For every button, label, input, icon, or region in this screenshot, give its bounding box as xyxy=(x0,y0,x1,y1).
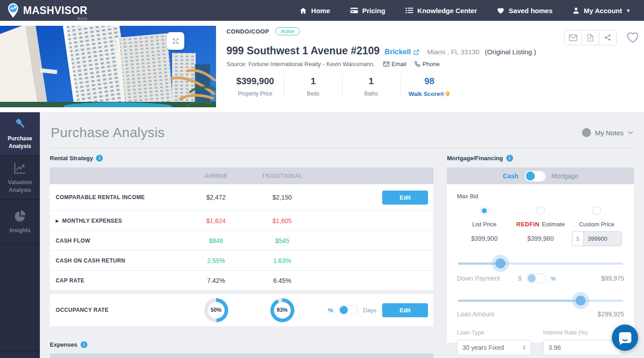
table-header: AIRBNB TRADITIONAL xyxy=(50,167,433,184)
user-icon xyxy=(572,7,580,14)
listing-source: Source: Fortune International Realty - K… xyxy=(226,61,375,67)
share-icon xyxy=(604,34,611,41)
nav-item-my-account[interactable]: My Account ▾ xyxy=(572,7,630,14)
down-payment-slider[interactable] xyxy=(457,258,624,268)
top-navbar: MASHVISOR Beta Home Pricing Knowledge Ce… xyxy=(0,0,644,21)
property-city: Miami , FL 33130 xyxy=(427,48,479,56)
expenses-heading: Expenses i xyxy=(50,341,433,348)
main-content: Purchase Analysis My Notes Rental Strate… xyxy=(40,112,644,358)
occupancy-donut-airbnb: 50% xyxy=(204,298,228,322)
edit-rental-income-button[interactable]: Edit xyxy=(382,191,428,205)
mortgage-financing-heading: Mortgage/Financing i xyxy=(447,155,634,162)
property-type: CONDO/COOP xyxy=(226,28,269,35)
select-arrows-icon: ▲▼ xyxy=(523,345,526,350)
slider-handle[interactable] xyxy=(576,296,586,305)
toggle-knob xyxy=(528,274,536,282)
rental-strategy-heading: Rental Strategy i xyxy=(50,155,433,162)
occupancy-donut-traditional: 93% xyxy=(270,298,294,322)
favorite-heart-button[interactable] xyxy=(626,30,640,44)
currency-prefix: $ xyxy=(572,232,584,246)
walk-score-link[interactable]: Walk Score® xyxy=(407,91,452,97)
nav-menu: Home Pricing Knowledge Center Saved home… xyxy=(299,7,630,14)
expenses-table-header xyxy=(50,353,433,358)
percent-mode-label[interactable]: % xyxy=(328,307,333,314)
radio-custom-price[interactable] xyxy=(592,206,601,215)
down-payment-value: $99,975 xyxy=(601,275,624,282)
radio-redfin-estimate[interactable] xyxy=(536,206,545,215)
loan-type-label: Loan Type xyxy=(457,329,531,336)
property-photo[interactable] xyxy=(0,26,216,107)
property-action-buttons xyxy=(564,30,617,45)
column-header-airbnb: AIRBNB xyxy=(183,173,249,179)
share-button[interactable] xyxy=(599,30,616,45)
chevron-down-icon: ▾ xyxy=(627,8,630,14)
chat-widget-button[interactable] xyxy=(612,325,638,351)
brand-logo[interactable]: MASHVISOR Beta xyxy=(6,3,87,18)
cash-mode-label[interactable]: Cash xyxy=(503,172,518,180)
info-icon[interactable]: i xyxy=(506,155,513,162)
cash-mortgage-toggle[interactable] xyxy=(524,171,546,181)
chat-bubble-icon xyxy=(619,332,631,343)
loan-amount-label: Loan Amount xyxy=(457,310,495,318)
percent-mode-label[interactable]: % xyxy=(551,275,556,282)
info-icon[interactable]: i xyxy=(96,155,103,162)
expand-photo-button[interactable] xyxy=(167,32,184,50)
custom-price-label: Custom Price xyxy=(569,221,624,228)
phone-icon xyxy=(414,61,420,67)
table-row-comparable-rental-income: COMPARABLE RENTAL INCOME $2,472 $2,150 E… xyxy=(50,184,433,211)
heart-icon xyxy=(497,7,505,14)
loan-type-field: Loan Type 30 years Fixed ▲▼ xyxy=(457,329,531,355)
custom-price-input[interactable] xyxy=(584,232,621,246)
table-gap xyxy=(50,291,433,294)
chevron-down-icon xyxy=(628,131,633,134)
loan-type-select[interactable]: 30 years Fixed ▲▼ xyxy=(457,340,531,355)
mashvisor-pin-icon xyxy=(6,3,20,18)
loan-amount-slider[interactable] xyxy=(457,296,624,305)
nav-item-pricing[interactable]: Pricing xyxy=(350,7,385,14)
my-notes-button[interactable]: My Notes xyxy=(582,128,633,137)
notes-avatar-icon xyxy=(582,128,591,137)
dollar-mode-label[interactable]: $ xyxy=(518,275,522,282)
email-agent-link[interactable]: Email xyxy=(383,61,407,67)
dollar-percent-toggle[interactable] xyxy=(526,273,546,283)
loan-amount-value: $299,925 xyxy=(598,310,624,318)
radio-list-price[interactable] xyxy=(480,206,489,215)
slider-handle[interactable] xyxy=(495,258,505,268)
days-mode-label[interactable]: Days xyxy=(363,307,377,314)
page-title: Purchase Analysis xyxy=(51,125,165,140)
edit-occupancy-button[interactable]: Edit xyxy=(382,303,428,317)
stat-walk-score: 98 Walk Score® xyxy=(400,75,458,98)
redfin-logo: REDFIN xyxy=(516,221,539,228)
status-badge: Active xyxy=(275,27,300,35)
column-header-traditional: TRADITIONAL xyxy=(249,173,315,179)
nav-item-home[interactable]: Home xyxy=(299,7,330,14)
max-bid-label: Max Bid xyxy=(457,193,624,200)
toggle-knob xyxy=(526,172,535,181)
envelope-icon xyxy=(569,34,577,41)
pie-chart-icon xyxy=(13,209,27,223)
envelope-small-icon xyxy=(383,62,389,67)
table-row-monthly-expenses[interactable]: ▶MONTHLY EXPENSES $1,624 $1,605 xyxy=(50,211,433,231)
pdf-export-button[interactable] xyxy=(582,30,599,45)
sidebar-item-purchase-analysis[interactable]: Purchase Analysis xyxy=(0,112,40,156)
nav-item-saved-homes[interactable]: Saved homes xyxy=(497,7,553,14)
custom-price-field: $ xyxy=(572,231,622,246)
brand-name: MASHVISOR Beta xyxy=(23,5,87,16)
info-icon[interactable]: i xyxy=(81,341,87,348)
interest-rate-input[interactable] xyxy=(543,340,621,355)
home-icon xyxy=(299,7,307,14)
email-property-button[interactable] xyxy=(565,30,582,45)
mortgage-mode-label[interactable]: Mortgage xyxy=(552,172,578,180)
table-row-cash-flow: CASH FLOW $848 $545 xyxy=(50,231,433,251)
sidebar-item-insights[interactable]: Insights xyxy=(0,200,40,244)
list-icon xyxy=(405,7,413,14)
nav-item-knowledge-center[interactable]: Knowledge Center xyxy=(405,7,477,14)
property-stats: $399,900 Property Price 1 Beds 1 Baths 9… xyxy=(226,75,562,98)
neighborhood-link[interactable]: Brickell xyxy=(384,48,420,56)
mortgage-panel: Cash Mortgage Max Bid List Price RE xyxy=(447,167,634,343)
phone-agent-link[interactable]: Phone xyxy=(414,61,440,67)
occupancy-unit-toggle[interactable] xyxy=(338,305,358,315)
down-payment-label: Down Payment xyxy=(457,275,500,282)
list-price-label: List Price xyxy=(457,221,512,228)
sidebar-item-valuation-analysis[interactable]: Valuation Analysis xyxy=(0,156,40,200)
